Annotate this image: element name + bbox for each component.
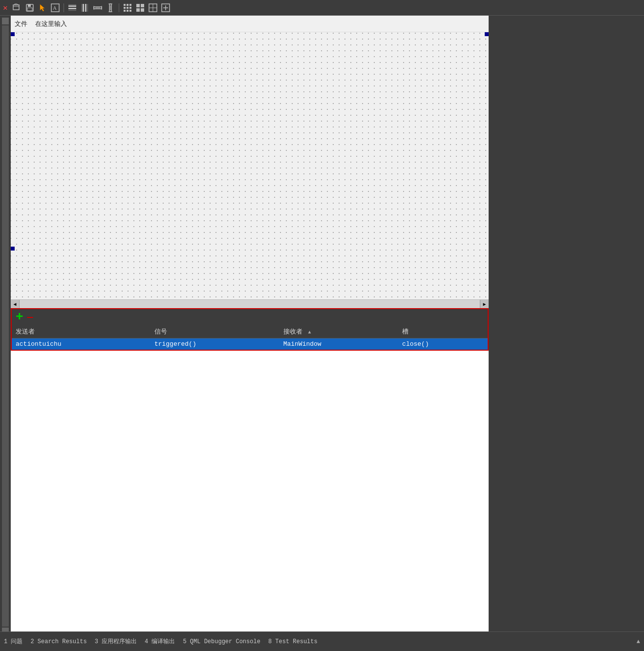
status-search[interactable]: 2 Search Results: [30, 638, 86, 645]
layout-v-icon[interactable]: [80, 2, 90, 13]
svg-rect-0: [13, 5, 19, 10]
cell-slot: close(): [398, 338, 488, 350]
scroll-left-btn[interactable]: ◀: [11, 300, 20, 309]
text-tool-icon[interactable]: A: [50, 2, 61, 13]
svg-rect-27: [136, 8, 140, 12]
resize-v-icon[interactable]: [105, 2, 116, 13]
remove-connection-button[interactable]: —: [27, 313, 33, 322]
svg-rect-11: [85, 4, 86, 12]
grid-xl-icon[interactable]: [148, 2, 158, 13]
svg-rect-26: [141, 4, 144, 7]
svg-rect-8: [68, 10, 76, 11]
zoom-fit-icon[interactable]: [160, 2, 171, 13]
h-scroll-track[interactable]: [20, 300, 480, 308]
sort-icon: ▲: [308, 330, 311, 335]
svg-rect-19: [124, 7, 126, 9]
svg-rect-9: [68, 4, 76, 5]
col-sender: 发送者: [12, 325, 150, 338]
toolbar-separator-2: [119, 3, 119, 12]
corner-marker-tl: [11, 32, 15, 36]
main-toolbar: ✕ A: [0, 0, 644, 16]
status-problems[interactable]: 1 问题: [4, 637, 22, 646]
canvas-menubar: 文件 在这里输入: [11, 16, 489, 32]
col-slot: 槽: [398, 325, 488, 338]
grid-sm-icon[interactable]: [122, 2, 133, 13]
svg-rect-18: [129, 4, 131, 6]
statusbar-arrow[interactable]: ▲: [637, 638, 640, 645]
grid-lg-icon[interactable]: [135, 2, 146, 13]
svg-rect-13: [82, 4, 82, 12]
file-menu[interactable]: 文件: [15, 20, 27, 28]
status-compile[interactable]: 4 编译输出: [145, 637, 175, 646]
corner-marker-bl: [11, 247, 15, 251]
scroll-up-btn[interactable]: [2, 18, 9, 24]
panel-toolbar: + —: [12, 309, 488, 325]
scroll-track[interactable]: [2, 25, 9, 627]
svg-rect-20: [127, 7, 129, 9]
svg-rect-6: [68, 5, 76, 7]
toolbar-separator: [64, 3, 64, 12]
svg-rect-22: [124, 10, 126, 12]
status-qml[interactable]: 5 QML Debugger Console: [183, 638, 260, 645]
placeholder-menu[interactable]: 在这里输入: [35, 20, 67, 28]
svg-rect-25: [136, 4, 140, 7]
col-signal: 信号: [150, 325, 279, 338]
right-panel: [489, 16, 644, 634]
signals-table: 发送者 信号 接收者 ▲ 槽 actiontuichu trigge: [12, 325, 488, 350]
h-scrollbar[interactable]: ◀ ▶: [11, 299, 489, 308]
svg-rect-17: [127, 4, 129, 6]
cell-signal: triggered(): [150, 338, 279, 350]
corner-marker-tr: [485, 32, 489, 36]
svg-text:A: A: [53, 5, 57, 11]
layout-h-icon[interactable]: [67, 2, 78, 13]
svg-rect-10: [83, 4, 84, 12]
save-icon[interactable]: [24, 2, 35, 13]
file-open-icon[interactable]: [12, 2, 22, 13]
status-test[interactable]: 8 Test Results: [268, 638, 318, 645]
svg-rect-24: [129, 10, 131, 12]
svg-rect-7: [68, 8, 76, 9]
svg-rect-2: [28, 4, 31, 7]
scroll-right-btn[interactable]: ▶: [480, 300, 489, 309]
svg-rect-23: [127, 10, 129, 12]
cursor-icon[interactable]: [37, 2, 48, 13]
cell-receiver: MainWindow: [279, 338, 398, 350]
add-connection-button[interactable]: +: [16, 312, 23, 322]
svg-rect-12: [87, 4, 88, 12]
left-scrollbar: [0, 16, 11, 634]
resize-h-icon[interactable]: [92, 2, 103, 13]
svg-rect-16: [124, 4, 126, 6]
status-app-output[interactable]: 3 应用程序输出: [95, 637, 137, 646]
empty-white-area: [11, 351, 489, 634]
svg-rect-3: [27, 8, 32, 11]
table-row[interactable]: actiontuichu triggered() MainWindow clos…: [12, 338, 488, 350]
close-icon[interactable]: ✕: [3, 3, 8, 13]
cell-sender: actiontuichu: [12, 338, 150, 350]
svg-rect-21: [129, 7, 131, 9]
statusbar: 1 问题 2 Search Results 3 应用程序输出 4 编译输出 5 …: [0, 631, 644, 651]
design-canvas[interactable]: 文件 在这里输入: [11, 16, 489, 299]
svg-rect-28: [141, 8, 144, 12]
signals-slots-panel: + — 发送者 信号 接收者 ▲ 槽: [11, 308, 489, 351]
table-header-row: 发送者 信号 接收者 ▲ 槽: [12, 325, 488, 338]
col-receiver: 接收者 ▲: [279, 325, 398, 338]
